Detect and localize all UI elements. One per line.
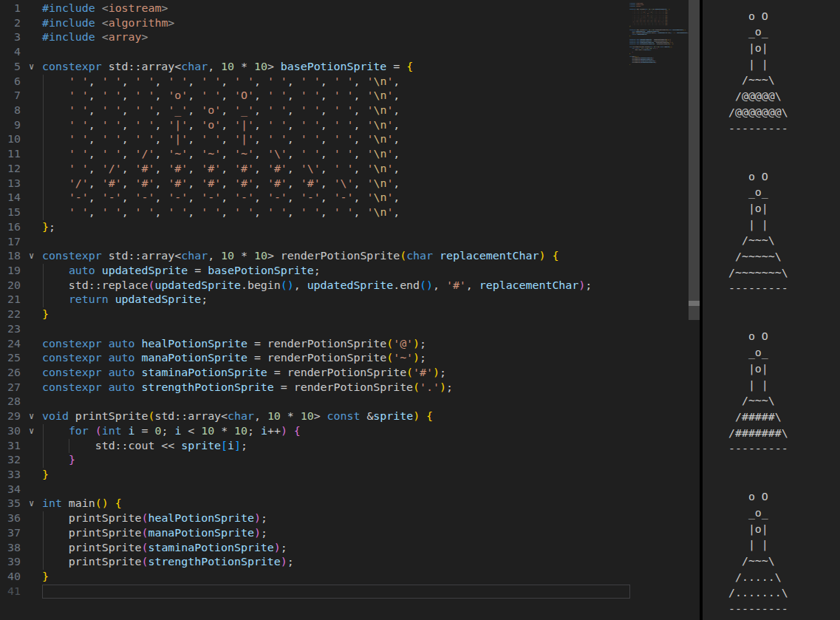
fold-chevron-icon[interactable]: ∨ [21,60,42,75]
code-line[interactable] [42,585,630,599]
line-number[interactable]: 29 [0,409,21,424]
line-number[interactable]: 11 [0,147,21,162]
code-token: sprite [181,439,221,452]
line-number[interactable]: 30 [0,424,21,439]
code-line[interactable]: auto updatedSprite = basePotionSprite; [42,264,630,279]
line-number[interactable]: 1 [0,1,21,16]
code-token: , [154,162,168,175]
fold-gutter [21,30,42,45]
code-line[interactable]: constexpr auto healPotionSprite = render… [42,337,630,352]
code-line[interactable]: } [42,570,630,585]
line-number[interactable]: 21 [0,293,21,307]
output-panel[interactable]: o O _o_ |o| | | /~~~\ /@@@@@\/@@@@@@@\--… [703,0,840,620]
fold-chevron-icon[interactable]: ∨ [21,424,42,439]
line-number[interactable]: 33 [0,468,21,483]
fold-chevron-icon[interactable]: ∨ [21,249,42,264]
code-line[interactable]: #include <algorithm> [42,16,630,31]
line-number[interactable]: 22 [0,307,21,322]
code-line[interactable]: constexpr auto manaPotionSprite = render… [42,351,630,366]
code-line[interactable] [42,45,630,60]
line-number[interactable]: 35 [0,497,21,511]
code-token: { [685,29,686,30]
code-line[interactable]: printSprite(staminaPotionSprite); [42,541,630,556]
line-number[interactable]: 14 [0,191,21,205]
scrollbar[interactable] [689,0,700,620]
line-number[interactable]: 38 [0,541,21,556]
minimap[interactable]: #include <iostream>#include <algorithm>#… [629,2,689,91]
line-number[interactable]: 19 [0,264,21,279]
code-line[interactable]: ' ', ' ', ' ', '|', 'o', '|', ' ', ' ', … [42,118,630,133]
line-number[interactable]: 25 [0,351,21,366]
code-line[interactable]: constexpr std::array<char, 10 * 10> base… [42,60,630,75]
line-number[interactable]: 28 [0,395,21,409]
line-number[interactable]: 34 [0,483,21,497]
line-number[interactable]: 16 [0,220,21,235]
indent-guide [43,147,44,162]
code-line[interactable]: '/', '#', '#', '#', '#', '#', '#', '#', … [42,177,630,191]
line-number[interactable]: 39 [0,555,21,570]
code-line[interactable]: } [42,307,630,322]
line-number[interactable]: 13 [0,177,21,191]
code-line[interactable]: }; [42,220,630,235]
code-line[interactable] [42,322,630,337]
line-number[interactable]: 5 [0,60,21,75]
code-line[interactable]: #include <array> [42,30,630,45]
code-line[interactable]: for (int i = 0; i < 10 * 10; i++) { [42,424,630,439]
code-token: , [393,162,400,175]
line-number[interactable]: 7 [0,89,21,103]
code-line[interactable]: int main() { [42,497,630,511]
code-line[interactable]: ' ', ' ', ' ', '|', ' ', '|', ' ', ' ', … [42,132,630,147]
line-number[interactable]: 2 [0,16,21,31]
code-line[interactable]: } [42,453,630,468]
code-line[interactable]: ' ', ' ', ' ', ' ', ' ', ' ', ' ', ' ', … [42,75,630,89]
line-number[interactable]: 24 [0,337,21,352]
line-number[interactable]: 9 [0,118,21,133]
code-line[interactable]: #include <iostream> [42,1,630,16]
code-line[interactable]: ' ', ' ', ' ', 'o', ' ', 'O', ' ', ' ', … [42,89,630,103]
line-number[interactable]: 26 [0,366,21,381]
code-line[interactable]: ' ', ' ', ' ', ' ', ' ', ' ', ' ', ' ', … [42,205,630,220]
code-line[interactable]: '-', '-', '-', '-', '-', '-', '-', '-', … [42,191,630,205]
line-number[interactable]: 41 [0,585,21,599]
fold-chevron-icon[interactable]: ∨ [21,497,42,511]
code-line[interactable]: printSprite(manaPotionSprite); [42,526,630,541]
line-number[interactable]: 12 [0,162,21,177]
fold-chevron-icon[interactable]: ∨ [21,409,42,424]
code-line[interactable]: } [42,468,630,483]
code-token: , [188,191,201,204]
code-line[interactable]: void printSprite(std::array<char, 10 * 1… [42,409,630,424]
line-number[interactable]: 6 [0,75,21,89]
code-line[interactable] [42,235,630,250]
line-number[interactable]: 8 [0,103,21,118]
line-number[interactable]: 40 [0,570,21,585]
line-number[interactable]: 4 [0,45,21,60]
code-line[interactable]: ' ', ' ', ' ', '_', 'o', '_', ' ', ' ', … [42,103,630,118]
line-number[interactable]: 31 [0,439,21,454]
line-number[interactable]: 27 [0,381,21,395]
line-number[interactable]: 10 [0,132,21,147]
line-number[interactable]: 36 [0,511,21,526]
line-number[interactable]: 3 [0,30,21,45]
code-line[interactable] [42,483,630,497]
code-line[interactable]: ' ', '/', '#', '#', '#', '#', '#', '\', … [42,162,630,177]
code-token: , [254,118,267,132]
code-line[interactable]: printSprite(strengthPotionSprite); [42,555,630,570]
line-number[interactable]: 17 [0,235,21,250]
code-token: ' ' [301,75,321,88]
code-line[interactable]: constexpr auto staminaPotionSprite = ren… [42,366,630,381]
code-line[interactable]: printSprite(healPotionSprite); [42,511,630,526]
code-line[interactable]: ' ', ' ', '/', '~', '~', '~', '\', ' ', … [42,147,630,162]
scrollbar-thumb[interactable] [689,0,700,320]
line-number[interactable]: 23 [0,322,21,337]
line-number[interactable]: 32 [0,453,21,468]
code-line[interactable]: constexpr std::array<char, 10 * 10> rend… [42,249,630,264]
code-line[interactable]: constexpr auto strengthPotionSprite = re… [42,381,630,395]
line-number[interactable]: 37 [0,526,21,541]
line-number[interactable]: 15 [0,205,21,220]
code-line[interactable] [42,395,630,409]
code-line[interactable]: std::cout << sprite[i]; [42,439,630,454]
line-number[interactable]: 18 [0,249,21,264]
code-line[interactable]: std::replace(updatedSprite.begin(), upda… [42,279,630,293]
line-number[interactable]: 20 [0,279,21,293]
code-line[interactable]: return updatedSprite; [42,293,630,307]
